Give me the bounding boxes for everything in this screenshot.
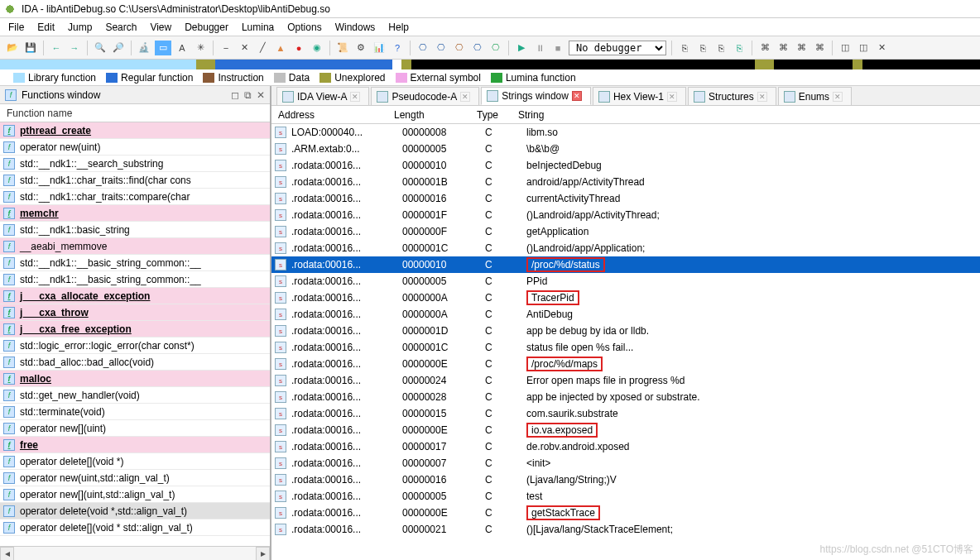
function-row[interactable]: fstd::get_new_handler(void) [0,387,270,404]
search-text-icon[interactable]: 🔎 [111,41,126,55]
tab-close-icon[interactable]: ✕ [460,92,470,102]
string-row[interactable]: s.rodata:00016...0000001BCandroid/app/Ac… [271,174,980,190]
menu-search[interactable]: Search [105,22,137,33]
pause-icon[interactable]: ⏸ [532,41,547,55]
string-row[interactable]: s.rodata:00016...00000005CPPid [271,273,980,290]
stop-icon[interactable]: ■ [550,41,565,55]
string-row[interactable]: s.rodata:00016...00000007C<init> [271,455,980,471]
function-row[interactable]: ffree [0,437,270,453]
f3-icon[interactable]: ⌘ [794,41,809,55]
h-scrollbar[interactable]: ◂ ▸ [0,546,270,560]
tab[interactable]: Hex View-1✕ [593,87,686,105]
string-row[interactable]: s.rodata:00016...00000010C/proc/%d/statu… [271,256,980,273]
close-icon[interactable]: ✕ [257,89,265,101]
string-row[interactable]: sLOAD:000040...00000008Clibm.so [271,124,980,141]
restore-icon[interactable]: ◻ [231,89,239,101]
e2-icon[interactable]: ⎘ [695,41,710,55]
string-row[interactable]: s.rodata:00016...0000000ACAntiDebug [271,306,980,323]
function-row[interactable]: foperator delete[](void * std::align_val… [0,519,270,536]
function-row[interactable]: fstd::__ndk1::__basic_string_common::__ [0,255,270,271]
g2-icon[interactable]: ◫ [856,41,871,55]
col-length[interactable]: Length [394,109,477,121]
string-row[interactable]: s.rodata:00016...0000000FCgetApplication [271,223,980,240]
navigation-band[interactable] [0,60,980,69]
save-icon[interactable]: 💾 [23,41,38,55]
menu-lumina[interactable]: Lumina [242,22,274,33]
function-row[interactable]: fstd::__ndk1::basic_string [0,222,270,238]
function-row[interactable]: foperator new(uint) [0,139,270,156]
tab[interactable]: Pseudocode-A✕ [371,87,479,105]
menu-file[interactable]: File [8,22,24,33]
cross-icon[interactable]: ✕ [237,41,252,55]
tab-close-icon[interactable]: ✕ [350,92,360,102]
forward-icon[interactable]: → [67,41,82,55]
string-row[interactable]: s.rodata:00016...00000010CbeInjectedDebu… [271,157,980,174]
tab-close-icon[interactable]: ✕ [757,92,767,102]
string-row[interactable]: s.rodata:00016...00000005Ctest [271,488,980,505]
f4-icon[interactable]: ⌘ [812,41,827,55]
d3-icon[interactable]: ⎔ [452,41,467,55]
function-row[interactable]: fj___cxa_free_exception [0,321,270,337]
string-row[interactable]: s.rodata:00016...00000028Capp be injecte… [271,389,980,405]
string-row[interactable]: s.rodata:00016...00000021C()[Ljava/lang/… [271,521,980,538]
function-row[interactable]: foperator new(uint,std::align_val_t) [0,470,270,486]
tab[interactable]: Structures✕ [688,87,776,105]
function-row[interactable]: fmemchr [0,205,270,222]
zoom-icon[interactable]: 🔬 [137,41,151,55]
f1-icon[interactable]: ⌘ [757,41,772,55]
function-row[interactable]: fstd::__ndk1::__search_substring [0,156,270,172]
function-row[interactable]: fstd::__ndk1::char_traits::compare(char [0,189,270,205]
search-icon[interactable]: 🔍 [93,41,108,55]
string-row[interactable]: s.rodata:00016...0000000ECio.va.exposed [271,422,980,438]
function-row[interactable]: fpthread_create [0,122,270,139]
function-row[interactable]: foperator new[](uint,std::align_val_t) [0,486,270,503]
d2-icon[interactable]: ⎔ [434,41,449,55]
menu-windows[interactable]: Windows [335,22,376,33]
gear-icon[interactable]: ⚙ [353,41,368,55]
string-row[interactable]: s.rodata:00016...00000015Ccom.saurik.sub… [271,405,980,422]
g3-icon[interactable]: ✕ [874,41,889,55]
tab[interactable]: IDA View-A✕ [276,87,369,105]
slash-icon[interactable]: ╱ [255,41,270,55]
function-row[interactable]: foperator delete(void *,std::align_val_t… [0,503,270,519]
script-icon[interactable]: 📜 [335,41,350,55]
e4-icon[interactable]: ⎘ [732,41,747,55]
scroll-right-icon[interactable]: ▸ [256,547,270,561]
string-row[interactable]: s.rodata:00016...00000016CcurrentActivit… [271,190,980,207]
run-icon[interactable]: ▶ [514,41,529,55]
f2-icon[interactable]: ⌘ [776,41,790,55]
green-circle-icon[interactable]: ◉ [310,41,324,55]
back-icon[interactable]: ← [49,41,64,55]
string-row[interactable]: s.rodata:00016...0000001DCapp be debug b… [271,323,980,339]
string-row[interactable]: s.rodata:00016...0000001CCstatus file op… [271,339,980,356]
function-row[interactable]: fj___cxa_allocate_exception [0,288,270,304]
menu-edit[interactable]: Edit [37,22,55,33]
col-address[interactable]: Address [278,109,394,121]
hex-icon[interactable]: ▭ [155,41,171,55]
string-row[interactable]: s.rodata:00016...00000024CError open map… [271,372,980,389]
string-row[interactable]: s.rodata:00016...00000017Cde.robv.androi… [271,438,980,455]
tab-close-icon[interactable]: ✕ [572,91,582,101]
col-string[interactable]: String [518,109,973,121]
tab-close-icon[interactable]: ✕ [833,92,843,102]
g1-icon[interactable]: ◫ [838,41,853,55]
function-row[interactable]: foperator delete[](void *) [0,453,270,470]
menu-debugger[interactable]: Debugger [185,22,228,33]
d4-icon[interactable]: ⎔ [470,41,485,55]
string-row[interactable]: s.rodata:00016...0000001FC()Landroid/app… [271,207,980,223]
string-row[interactable]: s.rodata:00016...0000000ACTracerPid [271,290,980,306]
function-row[interactable]: fstd::bad_alloc::bad_alloc(void) [0,354,270,371]
pin-icon[interactable]: ⧉ [244,89,252,101]
scroll-left-icon[interactable]: ◂ [0,547,14,561]
menu-help[interactable]: Help [388,22,409,33]
minus-icon[interactable]: − [219,41,233,55]
function-row[interactable]: foperator new[](uint) [0,420,270,437]
function-row[interactable]: fstd::__ndk1::char_traits::find(char con… [0,172,270,189]
help-icon[interactable]: ? [390,41,405,55]
menu-options[interactable]: Options [287,22,321,33]
debugger-select[interactable]: No debugger [569,41,666,55]
function-row[interactable]: fj___cxa_throw [0,304,270,321]
function-row[interactable]: fstd::terminate(void) [0,404,270,420]
cal-icon[interactable]: 📊 [372,41,387,55]
function-row[interactable]: fmalloc [0,371,270,387]
